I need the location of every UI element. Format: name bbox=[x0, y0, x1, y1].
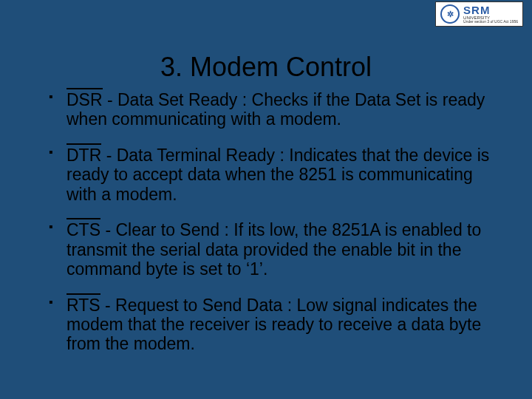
list-item: DTR - Data Terminal Ready : Indicates th… bbox=[44, 146, 495, 204]
signal-name: CTS bbox=[66, 220, 100, 239]
signal-desc: - Clear to Send : If its low, the 8251A … bbox=[66, 220, 481, 279]
signal-name: RTS bbox=[66, 296, 100, 315]
slide: ✲ SRM UNIVERSITY Under section 3 of UGC … bbox=[0, 0, 532, 399]
logo-emblem-icon: ✲ bbox=[440, 4, 460, 24]
slide-title: 3. Modem Control bbox=[0, 52, 532, 83]
list-item: CTS - Clear to Send : If its low, the 82… bbox=[44, 220, 495, 279]
logo-tagline: Under section 3 of UGC Act 1956 bbox=[463, 20, 518, 24]
signal-name: DSR bbox=[66, 90, 103, 109]
signal-desc: - Data Set Ready : Checks if the Data Se… bbox=[66, 90, 485, 129]
university-logo: ✲ SRM UNIVERSITY Under section 3 of UGC … bbox=[435, 1, 523, 27]
logo-main: SRM bbox=[463, 4, 518, 16]
slide-body: DSR - Data Set Ready : Checks if the Dat… bbox=[44, 90, 495, 370]
list-item: DSR - Data Set Ready : Checks if the Dat… bbox=[44, 90, 495, 129]
bullet-list: DSR - Data Set Ready : Checks if the Dat… bbox=[44, 90, 495, 354]
logo-text: SRM UNIVERSITY Under section 3 of UGC Ac… bbox=[463, 4, 518, 24]
signal-name: DTR bbox=[66, 146, 101, 165]
signal-desc: - Request to Send Data : Low signal indi… bbox=[66, 296, 481, 354]
list-item: RTS - Request to Send Data : Low signal … bbox=[44, 296, 495, 354]
signal-desc: - Data Terminal Ready : Indicates that t… bbox=[66, 146, 489, 204]
